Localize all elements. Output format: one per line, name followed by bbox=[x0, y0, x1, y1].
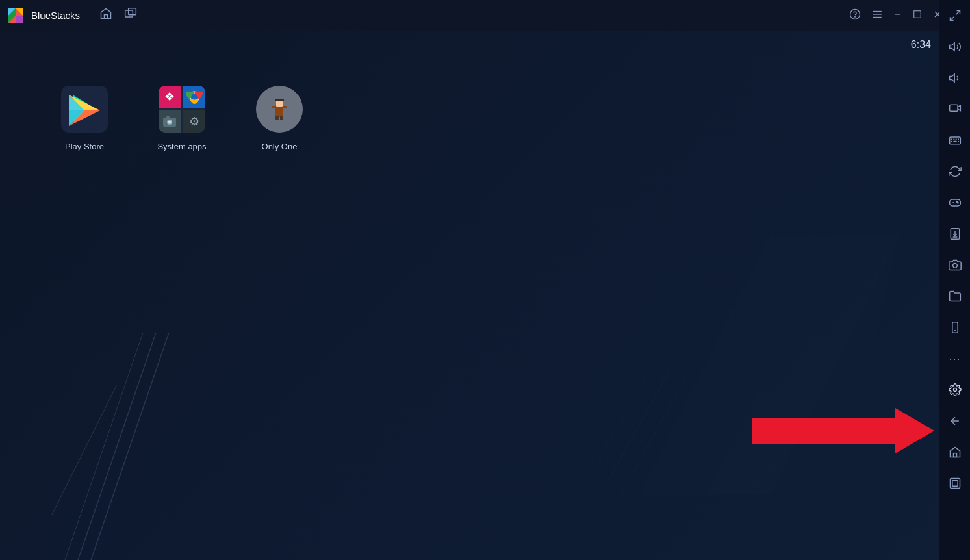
svg-line-24 bbox=[91, 333, 169, 560]
settings-button[interactable] bbox=[939, 374, 971, 405]
svg-rect-76 bbox=[953, 453, 956, 457]
svg-point-9 bbox=[855, 16, 856, 17]
svg-rect-53 bbox=[949, 105, 958, 111]
svg-point-67 bbox=[957, 202, 958, 203]
decorative-background bbox=[575, 235, 900, 495]
minimize-button[interactable] bbox=[893, 10, 902, 21]
play-store-icon bbox=[61, 86, 108, 133]
right-sidebar: ··· bbox=[939, 0, 970, 560]
recents-button[interactable] bbox=[939, 468, 971, 499]
svg-point-8 bbox=[850, 9, 860, 19]
svg-rect-5 bbox=[105, 15, 108, 19]
svg-line-20 bbox=[607, 365, 672, 482]
svg-rect-63 bbox=[949, 199, 960, 206]
camera-icon bbox=[162, 114, 177, 129]
bluestacks-logo-icon bbox=[6, 6, 25, 25]
svg-point-71 bbox=[952, 264, 957, 268]
svg-rect-14 bbox=[914, 10, 921, 18]
svg-point-39 bbox=[168, 120, 172, 123]
svg-line-21 bbox=[620, 378, 685, 495]
svg-point-35 bbox=[191, 94, 197, 100]
home-nav-button[interactable] bbox=[939, 437, 971, 468]
svg-rect-6 bbox=[125, 10, 133, 17]
shake-device-button[interactable] bbox=[939, 312, 971, 343]
system-apps-label: System apps bbox=[157, 142, 206, 151]
only-one-label: Only One bbox=[262, 142, 298, 151]
svg-marker-18 bbox=[705, 235, 900, 495]
svg-line-50 bbox=[950, 17, 954, 21]
svg-marker-52 bbox=[949, 74, 954, 82]
svg-rect-55 bbox=[949, 137, 960, 144]
titlebar: BlueStacks bbox=[0, 0, 970, 31]
maximize-button[interactable] bbox=[913, 10, 922, 21]
play-store-icon-wrapper bbox=[58, 83, 110, 135]
media-button[interactable] bbox=[939, 281, 971, 312]
app-logo: BlueStacks bbox=[6, 6, 80, 25]
rotation-button[interactable] bbox=[939, 156, 971, 187]
svg-rect-44 bbox=[275, 99, 284, 101]
svg-rect-77 bbox=[950, 479, 960, 489]
decorative-lines-left bbox=[0, 333, 195, 560]
fullscreen-button[interactable] bbox=[939, 0, 971, 31]
main-content: 6:34 bbox=[0, 31, 939, 560]
app-only-one[interactable]: Only One bbox=[247, 83, 312, 151]
svg-line-22 bbox=[594, 352, 659, 469]
screenshot-button[interactable] bbox=[939, 249, 971, 281]
install-apk-button[interactable] bbox=[939, 218, 971, 249]
svg-rect-45 bbox=[272, 106, 275, 108]
svg-rect-7 bbox=[129, 8, 136, 15]
macros-button[interactable] bbox=[939, 187, 971, 218]
svg-line-23 bbox=[78, 333, 156, 560]
system-apps-icon-wrapper: ❖ bbox=[156, 83, 208, 135]
svg-rect-42 bbox=[275, 105, 283, 117]
app-grid: Play Store ❖ bbox=[52, 83, 312, 151]
clock-display: 6:34 bbox=[911, 39, 931, 51]
more-button[interactable]: ··· bbox=[939, 343, 971, 374]
svg-line-26 bbox=[52, 385, 117, 515]
svg-marker-4 bbox=[16, 16, 23, 23]
svg-rect-47 bbox=[275, 116, 279, 120]
help-button[interactable] bbox=[849, 8, 861, 23]
svg-line-25 bbox=[65, 333, 143, 560]
volume-down-button[interactable] bbox=[939, 62, 971, 94]
home-button[interactable] bbox=[99, 7, 112, 23]
titlebar-nav bbox=[99, 7, 137, 23]
app-title: BlueStacks bbox=[31, 10, 80, 21]
multi-instance-button[interactable] bbox=[124, 7, 137, 23]
chrome-icon bbox=[186, 88, 203, 105]
app-system-apps[interactable]: ❖ bbox=[149, 83, 214, 151]
play-store-label: Play Store bbox=[65, 142, 104, 151]
only-one-icon bbox=[256, 86, 303, 133]
keyboard-button[interactable] bbox=[939, 125, 971, 156]
screen-record-button[interactable] bbox=[939, 94, 971, 125]
only-one-icon-wrapper bbox=[253, 83, 305, 135]
menu-button[interactable] bbox=[871, 8, 883, 23]
svg-point-74 bbox=[953, 388, 956, 392]
more-dots-icon: ··· bbox=[949, 352, 960, 366]
svg-marker-19 bbox=[575, 268, 705, 430]
svg-marker-51 bbox=[949, 43, 954, 51]
svg-rect-40 bbox=[166, 116, 170, 118]
svg-rect-48 bbox=[280, 116, 283, 120]
svg-rect-78 bbox=[952, 481, 957, 486]
back-button[interactable] bbox=[939, 405, 971, 437]
volume-up-button[interactable] bbox=[939, 31, 971, 62]
system-apps-icon: ❖ bbox=[159, 86, 205, 133]
app-play-store[interactable]: Play Store bbox=[52, 83, 117, 151]
svg-line-49 bbox=[956, 11, 960, 15]
svg-rect-46 bbox=[283, 106, 287, 108]
svg-marker-17 bbox=[640, 235, 900, 495]
only-one-game-icon bbox=[256, 86, 303, 133]
